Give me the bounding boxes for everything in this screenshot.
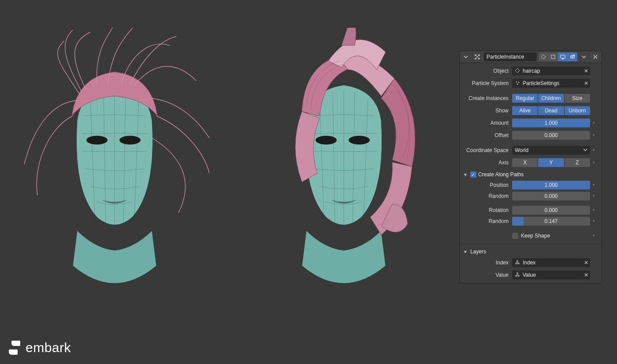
svg-point-14	[516, 81, 517, 82]
amount-value: 1.000	[544, 120, 558, 126]
rotation-value: 0.000	[544, 207, 558, 213]
rotation-random-fill	[512, 217, 524, 226]
preview-head-cards	[249, 28, 439, 310]
create-instances-label: Create Instances	[461, 95, 512, 101]
modifier-header: ParticleInstance	[460, 51, 602, 63]
offset-value: 0.000	[544, 132, 558, 138]
embark-logo-mark	[9, 341, 21, 355]
panel-drag-handle[interactable]	[591, 54, 600, 58]
keep-shape-checkbox[interactable]	[512, 233, 518, 239]
create-instances-children[interactable]: Children	[538, 94, 564, 103]
toggle-render-icon[interactable]	[568, 52, 577, 61]
position-random-value: 0.000	[544, 193, 558, 199]
object-label: Object	[461, 68, 512, 74]
svg-point-2	[316, 136, 337, 145]
offset-slider[interactable]: 0.000	[512, 131, 590, 140]
disclosure-triangle-icon: ▼	[463, 249, 468, 254]
layers-index-label: Index	[461, 260, 512, 266]
rotation-label: Rotation	[461, 207, 512, 213]
svg-point-16	[517, 83, 518, 85]
layers-value-label: Value	[461, 272, 512, 278]
particle-system-field[interactable]: ParticleSettings ✕	[512, 79, 590, 88]
svg-point-0	[86, 136, 108, 145]
disclosure-triangle-icon: ▼	[463, 172, 468, 177]
clear-icon[interactable]: ✕	[584, 272, 588, 278]
embark-logo: embark	[9, 340, 71, 355]
layers-value-value: Value	[523, 272, 536, 278]
rotation-random-value: 0.147	[544, 218, 558, 224]
collapse-toggle[interactable]	[461, 52, 471, 61]
position-random-label: Random	[461, 193, 512, 199]
svg-point-12	[572, 56, 573, 58]
layers-index-field[interactable]: Index ✕	[512, 258, 590, 267]
create-along-paths-section[interactable]: ▼ ✓ Create Along Paths	[461, 169, 601, 179]
axis-y[interactable]: Y	[538, 158, 564, 167]
svg-point-1	[119, 136, 141, 145]
create-instances-regular[interactable]: Regular	[512, 94, 538, 103]
rotation-slider[interactable]: 0.000	[512, 206, 590, 215]
toggle-edit-mode-icon[interactable]	[539, 52, 548, 61]
clear-icon[interactable]: ✕	[584, 80, 588, 86]
object-field[interactable]: haircap ✕	[512, 67, 590, 75]
svg-rect-10	[562, 59, 564, 59]
modifier-panel: ParticleInstance Object haircap ✕ Partic…	[459, 51, 602, 283]
object-value: haircap	[523, 68, 540, 74]
vertex-group-icon	[515, 260, 520, 266]
show-alive[interactable]: Alive	[512, 106, 538, 115]
modifier-visibility-toggles	[539, 52, 577, 61]
particle-system-label: Particle System	[461, 80, 512, 86]
svg-point-15	[518, 82, 520, 83]
preview-head-strands	[20, 28, 209, 310]
rotation-random-label: Random	[461, 218, 512, 224]
amount-label: Amount	[461, 120, 512, 126]
modifier-type-icon	[472, 52, 482, 61]
keep-shape-label: Keep Shape	[521, 233, 550, 239]
modifier-name-field[interactable]: ParticleInstance	[484, 52, 537, 61]
svg-rect-8	[551, 55, 555, 59]
offset-label: Offset	[461, 132, 512, 138]
vertex-group-icon	[515, 272, 520, 279]
axis-x[interactable]: X	[512, 158, 538, 167]
clear-icon[interactable]: ✕	[584, 260, 588, 266]
axis-z[interactable]: Z	[565, 158, 590, 167]
position-slider[interactable]: 1.000	[512, 181, 590, 189]
position-value: 1.000	[544, 182, 558, 188]
show-label: Show	[461, 108, 512, 114]
create-instances-size[interactable]: Size	[565, 94, 590, 103]
svg-rect-13	[573, 55, 575, 56]
particles-icon	[515, 80, 520, 87]
svg-rect-9	[561, 55, 565, 58]
amount-slider[interactable]: 1.000	[512, 119, 590, 127]
mesh-data-icon	[515, 68, 520, 74]
axis-label: Axis	[461, 160, 512, 166]
modifier-menu-dropdown[interactable]	[579, 52, 589, 61]
position-label: Position	[461, 182, 512, 188]
show-dead[interactable]: Dead	[538, 106, 564, 115]
coord-space-label: Coordinate Space	[461, 147, 512, 153]
layers-index-value: Index	[523, 260, 535, 266]
create-along-paths-checkbox[interactable]: ✓	[470, 171, 476, 178]
layers-section[interactable]: ▼ Layers	[461, 246, 601, 256]
position-random-slider[interactable]: 0.000	[512, 192, 590, 201]
create-along-paths-label: Create Along Paths	[478, 171, 524, 178]
toggle-viewport-icon[interactable]	[558, 52, 568, 61]
rotation-random-slider[interactable]: 0.147	[512, 217, 590, 226]
clear-icon[interactable]: ✕	[584, 68, 588, 74]
chevron-down-icon	[583, 147, 587, 153]
toggle-cage-icon[interactable]	[548, 52, 558, 61]
coord-space-dropdown[interactable]: World	[512, 146, 590, 155]
layers-value-field[interactable]: Value ✕	[512, 271, 590, 279]
embark-logo-text: embark	[26, 340, 71, 355]
coord-space-value: World	[515, 147, 528, 153]
svg-point-3	[349, 136, 370, 145]
viewport-3d[interactable]	[0, 0, 458, 364]
particle-system-value: ParticleSettings	[523, 80, 559, 86]
show-unborn[interactable]: Unborn	[565, 106, 590, 115]
layers-label: Layers	[470, 249, 486, 255]
